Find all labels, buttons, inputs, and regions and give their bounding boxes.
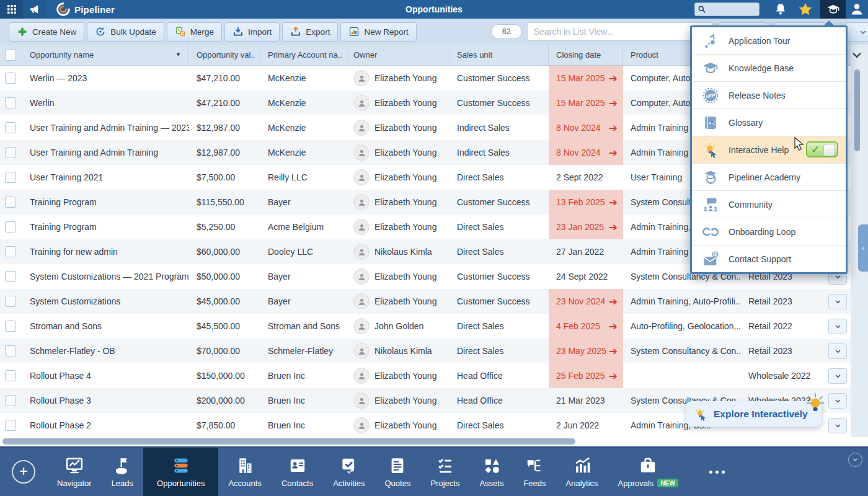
- opportunity-name-cell[interactable]: Rollout Phase 3: [22, 396, 189, 405]
- list-view-search-input[interactable]: [533, 26, 697, 37]
- pipeliner-logo[interactable]: Pipeliner: [56, 2, 115, 16]
- opportunity-name-cell[interactable]: Werlin: [22, 98, 189, 108]
- nav-item-contacts[interactable]: Contacts: [272, 448, 323, 496]
- horizontal-scrollbar-track[interactable]: [0, 437, 868, 446]
- row-checkbox[interactable]: [0, 321, 22, 332]
- opportunity-name-cell[interactable]: Schmeler-Flatley - OB: [22, 346, 189, 356]
- nav-item-projects[interactable]: Projects: [420, 448, 469, 496]
- panel-collapse-button[interactable]: [845, 22, 868, 42]
- column-header[interactable]: Sales unit: [450, 45, 549, 65]
- new-report-button[interactable]: New Report: [340, 22, 416, 42]
- opportunity-name-cell[interactable]: Training for new admin: [22, 247, 189, 257]
- interactive-help-toggle[interactable]: ✓: [806, 141, 838, 157]
- row-checkbox[interactable]: [0, 395, 22, 406]
- nav-item-leads[interactable]: Leads: [102, 448, 143, 496]
- opportunity-name-cell[interactable]: Rollout Phase 2: [22, 420, 189, 430]
- opportunity-name-cell[interactable]: Stroman and Sons: [22, 321, 189, 331]
- help-menu-button[interactable]: [820, 0, 846, 19]
- opportunity-name-cell[interactable]: System Customizations — 2021 Program: [22, 272, 189, 281]
- header-chevron-icon[interactable]: [850, 48, 864, 62]
- row-checkbox[interactable]: [0, 147, 22, 158]
- row-expand-button[interactable]: [825, 393, 851, 409]
- opportunity-name-cell[interactable]: User Training and Admin Training: [22, 148, 189, 157]
- row-expand-button[interactable]: [825, 368, 851, 384]
- sort-desc-icon[interactable]: ▼: [175, 45, 181, 65]
- export-button[interactable]: Export: [282, 22, 338, 42]
- table-row[interactable]: Rollout Phase 4$150,000.00Bruen IncEliza…: [0, 363, 851, 388]
- bulk-update-button[interactable]: Bulk Update: [87, 22, 164, 42]
- row-checkbox[interactable]: [0, 345, 22, 356]
- program-cell: Retail 2023: [741, 296, 825, 306]
- opportunity-name-cell[interactable]: Werlin — 2023: [22, 73, 189, 83]
- apps-grid-button[interactable]: [0, 0, 23, 19]
- column-header[interactable]: Primary Account na..: [260, 45, 348, 65]
- help-menu-item-interactive-help[interactable]: Interactive Help✓: [692, 136, 846, 164]
- row-checkbox[interactable]: [0, 296, 22, 307]
- help-menu-item-community[interactable]: Community: [692, 191, 846, 218]
- help-menu-item-glossary[interactable]: A-ZGlossary: [692, 109, 846, 136]
- row-checkbox[interactable]: [0, 271, 22, 282]
- row-checkbox[interactable]: [0, 370, 22, 381]
- help-menu-item-contact-support[interactable]: @Contact Support: [692, 246, 846, 272]
- row-expand-button[interactable]: [825, 294, 851, 309]
- row-checkbox[interactable]: [0, 97, 22, 108]
- opportunity-name-cell[interactable]: System Customizations: [22, 296, 189, 306]
- nav-item-feeds[interactable]: Feeds: [513, 448, 556, 496]
- help-menu-item-knowledge-base[interactable]: Knowledge Base: [692, 55, 846, 82]
- help-menu-item-pipeliner-academy[interactable]: Pipeliner Academy: [692, 164, 846, 191]
- nav-collapse-button[interactable]: [848, 453, 862, 467]
- closing-date: 8 Nov 2024: [556, 123, 601, 133]
- column-header[interactable]: Opportunity name▼: [22, 45, 189, 65]
- nav-item-opportunities[interactable]: Opportunities: [143, 448, 218, 496]
- row-checkbox[interactable]: [0, 197, 22, 208]
- vertical-scrollbar-thumb[interactable]: [854, 69, 860, 151]
- column-header[interactable]: Owner: [348, 45, 450, 65]
- side-panel-handle[interactable]: ‹: [858, 224, 868, 272]
- product-cell: System Consultancy & Con...: [623, 346, 741, 356]
- row-expand-button[interactable]: [825, 319, 851, 334]
- row-checkbox[interactable]: [0, 221, 22, 232]
- help-menu-item-application-tour[interactable]: Application Tour: [692, 27, 846, 55]
- announcements-button[interactable]: [23, 0, 46, 19]
- row-checkbox[interactable]: [0, 246, 22, 257]
- opportunity-name-cell[interactable]: User Training and Admin Training — 2023: [22, 123, 189, 133]
- opportunity-name-cell[interactable]: Training Program: [22, 222, 189, 232]
- row-checkbox[interactable]: [0, 172, 22, 183]
- opportunity-name-cell[interactable]: User Training 2021: [22, 172, 189, 182]
- column-header[interactable]: Closing date: [549, 45, 623, 65]
- nav-more-button[interactable]: [688, 448, 746, 496]
- table-row[interactable]: Stroman and Sons$45,500.00Stroman and So…: [0, 314, 851, 339]
- horizontal-scrollbar-thumb[interactable]: [2, 438, 575, 445]
- favorites-star-icon[interactable]: [796, 2, 815, 17]
- table-row[interactable]: System Customizations$45,000.00BayerEliz…: [0, 289, 851, 314]
- help-menu-item-release-notes[interactable]: NEWRelease Notes: [692, 82, 846, 109]
- table-row[interactable]: Schmeler-Flatley - OB$70,000.00Schmeler-…: [0, 339, 851, 363]
- explore-interactively-tooltip[interactable]: Explore Interactively: [686, 401, 822, 427]
- row-checkbox[interactable]: [0, 73, 22, 84]
- column-header[interactable]: Opportunity val..: [189, 45, 260, 65]
- nav-item-approvals[interactable]: ApprovalsNEW: [608, 448, 688, 496]
- user-profile-icon[interactable]: [849, 2, 864, 17]
- nav-item-activities[interactable]: Activities: [323, 448, 374, 496]
- global-search-input[interactable]: [694, 2, 760, 16]
- list-view-search[interactable]: [527, 22, 712, 41]
- row-expand-button[interactable]: [825, 418, 851, 433]
- nav-item-analytics[interactable]: Analytics: [556, 448, 608, 496]
- row-expand-button[interactable]: [825, 343, 851, 359]
- nav-item-accounts[interactable]: Accounts: [218, 448, 271, 496]
- nav-item-navigator[interactable]: Navigator: [47, 448, 102, 496]
- opportunity-name-cell[interactable]: Rollout Phase 4: [22, 371, 189, 381]
- notifications-bell-icon[interactable]: [771, 2, 790, 17]
- row-checkbox[interactable]: [0, 122, 22, 133]
- opportunity-name-cell[interactable]: Training Program: [22, 197, 189, 207]
- select-all-checkbox[interactable]: [0, 45, 22, 65]
- row-checkbox[interactable]: [0, 420, 22, 431]
- merge-button[interactable]: Merge: [167, 22, 222, 42]
- create-new-button[interactable]: +: [0, 448, 47, 496]
- global-search-field[interactable]: [706, 4, 752, 14]
- import-button[interactable]: Import: [224, 22, 280, 42]
- nav-item-quotes[interactable]: Quotes: [374, 448, 420, 496]
- help-menu-item-onboarding-loop[interactable]: Onboarding Loop: [692, 218, 846, 246]
- nav-item-assets[interactable]: Assets: [469, 448, 513, 496]
- create-new-button[interactable]: Create New: [9, 22, 84, 42]
